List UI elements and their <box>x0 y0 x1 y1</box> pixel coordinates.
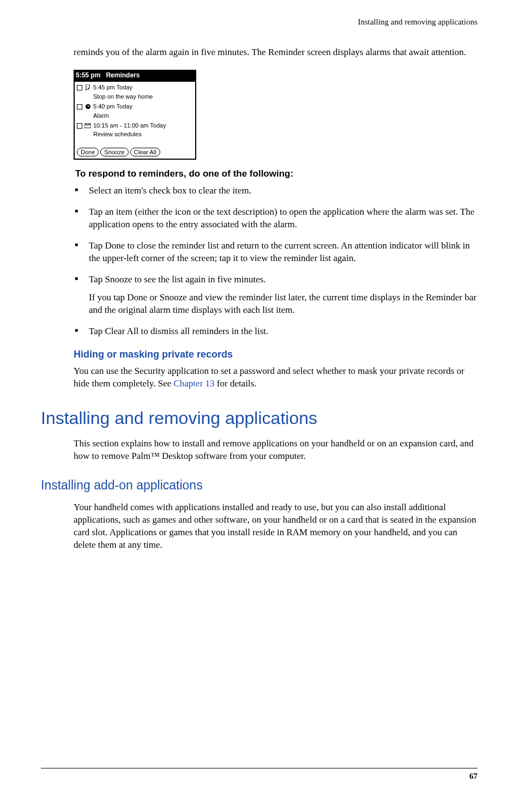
calendar-icon <box>84 123 91 129</box>
done-button: Done <box>77 148 99 157</box>
checkbox-icon <box>77 85 82 90</box>
snooze-button: Snooze <box>100 148 128 157</box>
reminder-desc: Review schedules <box>93 130 192 138</box>
hiding-paragraph: You can use the Security application to … <box>74 365 477 390</box>
checkbox-icon <box>77 123 82 129</box>
list-sub-paragraph: If you tap Done or Snooze and view the r… <box>89 292 477 317</box>
clear-all-button: Clear All <box>130 148 160 157</box>
svg-rect-1 <box>84 124 91 128</box>
list-item: Select an item's check box to clear the … <box>74 185 477 197</box>
reminder-desc: Alarm <box>93 112 192 120</box>
reminder-time: 5:40 pm Today <box>93 103 132 111</box>
intro-paragraph: reminds you of the alarm again in five m… <box>74 46 477 59</box>
clock-icon <box>84 104 91 110</box>
list-item: Tap Done to close the reminder list and … <box>74 240 477 265</box>
task-heading: To respond to reminders, do one of the f… <box>75 168 477 180</box>
list-item: Tap Snooze to see the list again in five… <box>74 274 477 317</box>
reminder-item: 5:45 pm Today <box>77 84 192 92</box>
list-item: Tap Clear All to dismiss all reminders i… <box>74 325 477 338</box>
instruction-list: Select an item's check box to clear the … <box>74 185 477 337</box>
addon-paragraph: Your handheld comes with applications in… <box>74 501 477 552</box>
note-icon <box>84 84 91 90</box>
screenshot-time: 5:55 pm <box>76 71 100 79</box>
page-footer: 67 <box>41 768 477 782</box>
reminder-desc: Stop on the way home <box>93 93 192 101</box>
list-item: Tap an item (either the icon or the text… <box>74 206 477 231</box>
reminder-item: 5:40 pm Today <box>77 103 192 111</box>
screenshot-title-text: Reminders <box>106 71 140 79</box>
running-header: Installing and removing applications <box>41 16 477 27</box>
section-intro: This section explains how to install and… <box>74 438 477 463</box>
reminder-time: 5:45 pm Today <box>93 84 132 92</box>
page-number: 67 <box>469 772 477 780</box>
reminders-screenshot: 5:55 pm Reminders 5:45 pm Today Stop on … <box>74 70 196 160</box>
chapter-link[interactable]: Chapter 13 <box>173 378 214 389</box>
reminder-time: 10:15 am - 11:00 am Today <box>93 122 166 130</box>
subsection-heading: Installing add-on applications <box>41 477 477 494</box>
section-heading: Installing and removing applications <box>41 407 477 430</box>
checkbox-icon <box>77 104 82 110</box>
reminder-item: 10:15 am - 11:00 am Today <box>77 122 192 130</box>
subsection-heading: Hiding or masking private records <box>74 348 477 361</box>
